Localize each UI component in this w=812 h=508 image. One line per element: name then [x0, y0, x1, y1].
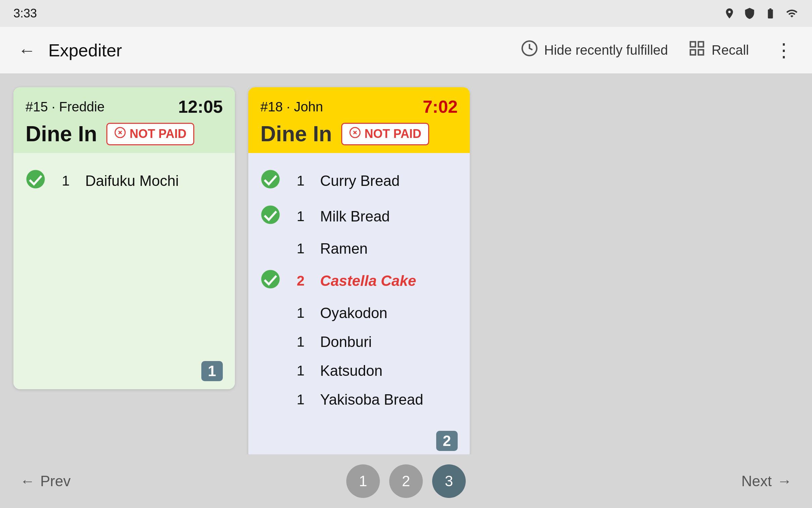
next-arrow-icon: →	[777, 473, 792, 490]
prev-label: Prev	[40, 473, 71, 490]
qty-yakisoba: 1	[291, 391, 311, 408]
not-paid-text-18: NOT PAID	[365, 127, 421, 141]
qty-oyakodon: 1	[291, 305, 311, 321]
footer-badge-18: 2	[436, 431, 458, 451]
status-time: 3:33	[13, 6, 37, 20]
order-item-ramen: 1 Ramen	[260, 234, 458, 263]
qty-donburi: 1	[291, 334, 311, 350]
prev-button[interactable]: ← Prev	[20, 473, 71, 490]
vpn-icon	[743, 7, 756, 19]
card-footer-18: 2	[248, 424, 470, 459]
page-indicators: 1 2 3	[346, 464, 466, 498]
qty-ramen: 1	[291, 241, 311, 257]
name-katsudon: Katsudon	[320, 363, 383, 379]
card-header-18: #18 · John 7:02 Dine In NOT PAID	[248, 87, 470, 153]
app-bar: ← Expediter Hide recently fulfilled Reca…	[0, 27, 812, 74]
order-item-milk-bread: 1 Milk Bread	[260, 199, 458, 234]
order-item-curry-bread: 1 Curry Bread	[260, 163, 458, 199]
card-header-15: #15 · Freddie 12:05 Dine In NOT PAID	[13, 87, 235, 153]
page-dot-2[interactable]: 2	[389, 464, 423, 498]
clock-icon	[521, 40, 538, 61]
page-label-1: 1	[359, 473, 367, 490]
svg-point-8	[27, 170, 45, 188]
check-icon-curry	[260, 169, 284, 193]
name-oyakodon: Oyakodon	[320, 305, 388, 322]
order-item-oyakodon: 1 Oyakodon	[260, 299, 458, 328]
app-bar-actions: Hide recently fulfilled Recall ⋮	[521, 39, 799, 61]
name-yakisoba: Yakisoba Bread	[320, 391, 423, 408]
not-paid-badge-18: NOT PAID	[341, 123, 429, 145]
bottom-navigation: ← Prev 1 2 3 Next →	[0, 454, 812, 508]
signal-icon	[785, 7, 799, 19]
app-title: Expediter	[48, 40, 521, 60]
card-body-15: 1 Daifuku Mochi	[13, 153, 235, 354]
status-icons	[723, 7, 799, 19]
page-dot-1[interactable]: 1	[346, 464, 380, 498]
more-icon: ⋮	[774, 40, 793, 61]
svg-point-14	[261, 270, 280, 289]
svg-point-12	[261, 170, 280, 188]
more-options-button[interactable]: ⋮	[769, 39, 799, 61]
qty-milk: 1	[291, 208, 311, 224]
check-icon-milk	[260, 205, 284, 228]
svg-rect-2	[698, 42, 703, 47]
order-card-15[interactable]: #15 · Freddie 12:05 Dine In NOT PAID 1	[13, 87, 235, 389]
card-body-18: 1 Curry Bread 1 Milk Bread 1 Ramen	[248, 153, 470, 424]
order-item-daifuku: 1 Daifuku Mochi	[26, 163, 223, 199]
check-icon-castella	[260, 269, 284, 293]
name-ramen: Ramen	[320, 240, 368, 257]
qty-curry: 1	[291, 173, 311, 189]
not-paid-badge-15: NOT PAID	[106, 123, 194, 145]
order-item-katsudon: 1 Katsudon	[260, 356, 458, 385]
next-button[interactable]: Next →	[741, 473, 792, 490]
order-card-18[interactable]: #18 · John 7:02 Dine In NOT PAID 1	[248, 87, 470, 459]
qty-katsudon: 1	[291, 363, 311, 379]
page-dot-3[interactable]: 3	[432, 464, 466, 498]
page-label-2: 2	[402, 473, 410, 490]
main-content: #15 · Freddie 12:05 Dine In NOT PAID 1	[0, 74, 812, 454]
name-daifuku: Daifuku Mochi	[85, 172, 179, 189]
svg-rect-3	[690, 50, 695, 55]
card-footer-15: 1	[13, 354, 235, 389]
order-item-yakisoba: 1 Yakisoba Bread	[260, 385, 458, 414]
order-item-donburi: 1 Donburi	[260, 328, 458, 356]
recall-button[interactable]: Recall	[688, 40, 749, 61]
x-circle-icon-18	[349, 127, 361, 141]
svg-rect-1	[690, 42, 695, 47]
footer-badge-15: 1	[201, 361, 223, 381]
status-bar: 3:33	[0, 0, 812, 27]
qty-daifuku: 1	[56, 173, 76, 189]
back-icon: ←	[18, 40, 36, 60]
timer-18: 7:02	[423, 97, 458, 117]
order-info-15: #15 · Freddie	[26, 99, 105, 115]
order-item-castella: 2 Castella Cake	[260, 263, 458, 299]
prev-arrow-icon: ←	[20, 473, 35, 490]
check-icon-daifuku	[26, 169, 49, 193]
name-milk: Milk Bread	[320, 208, 390, 225]
next-label: Next	[741, 473, 772, 490]
recall-icon	[688, 40, 706, 61]
x-circle-icon-15	[114, 127, 126, 141]
svg-point-13	[261, 206, 280, 224]
back-button[interactable]: ←	[13, 37, 40, 64]
battery-icon	[764, 7, 777, 19]
timer-15: 12:05	[178, 97, 223, 117]
recall-label: Recall	[712, 43, 749, 58]
order-type-15: Dine In	[26, 122, 97, 146]
not-paid-text-15: NOT PAID	[130, 127, 186, 141]
name-castella: Castella Cake	[320, 272, 416, 289]
hide-fulfilled-label: Hide recently fulfilled	[544, 43, 668, 58]
hide-fulfilled-button[interactable]: Hide recently fulfilled	[521, 40, 668, 61]
order-info-18: #18 · John	[260, 99, 323, 115]
qty-castella: 2	[291, 273, 311, 289]
location-icon	[723, 7, 735, 19]
order-type-18: Dine In	[260, 122, 332, 146]
name-donburi: Donburi	[320, 334, 372, 350]
page-label-3: 3	[445, 473, 453, 490]
name-curry: Curry Bread	[320, 172, 400, 189]
svg-rect-4	[698, 50, 703, 55]
